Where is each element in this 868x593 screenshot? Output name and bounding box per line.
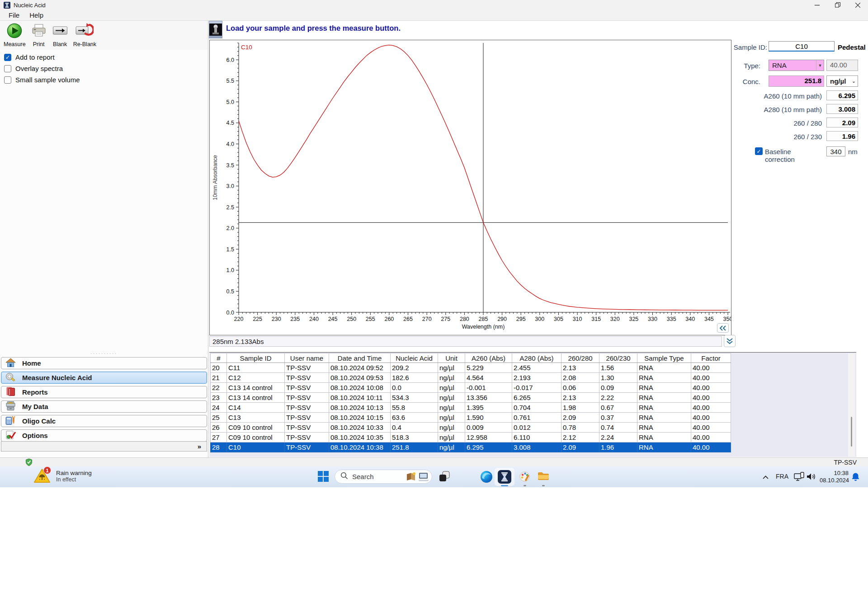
tray-chevron-up-icon[interactable] (762, 473, 769, 481)
a280-value: 3.008 (826, 104, 858, 114)
column-header[interactable]: Factor (691, 353, 731, 363)
table-cell: TP-SSV (285, 413, 329, 423)
column-header[interactable]: Unit (438, 353, 465, 363)
measure-button[interactable]: Measure (3, 22, 27, 50)
table-cell: 2.455 (512, 363, 561, 373)
print-button[interactable]: Print (30, 22, 48, 50)
sidebar-item-home[interactable]: Home (1, 357, 207, 369)
collapse-chart-button[interactable] (717, 323, 729, 333)
blank-button[interactable]: Blank (51, 22, 69, 50)
table-row[interactable]: 27C09 10 controlTP-SSV08.10.2024 10:3551… (211, 433, 731, 442)
paint-app-icon[interactable] (519, 471, 531, 484)
option-row[interactable]: Overlay spectra (4, 63, 80, 74)
table-cell: ng/µl (438, 403, 465, 413)
task-view-button[interactable] (439, 471, 450, 484)
sidebar-item-my-data[interactable]: My Data (1, 400, 207, 413)
table-cell: C12 (227, 373, 285, 383)
table-cell: C09 10 control (227, 433, 285, 442)
table-cell: 1.96 (599, 442, 637, 452)
nucleic-acid-app-active[interactable] (495, 468, 514, 486)
sample-id-input[interactable] (769, 41, 835, 52)
table-row[interactable]: 23C13 14 controlTP-SSV08.10.2024 10:1153… (211, 393, 731, 403)
panel-splitter[interactable]: ·········· (0, 351, 208, 356)
sidebar-item-measure-nucleic-acid[interactable]: Measure Nucleic Acid (1, 372, 207, 384)
edge-browser-icon[interactable] (480, 471, 493, 485)
table-row[interactable]: 26C09 10 controlTP-SSV08.10.2024 10:330.… (211, 423, 731, 433)
column-header[interactable]: # (211, 353, 227, 363)
option-row[interactable]: Small sample volume (4, 74, 80, 85)
column-header[interactable]: A280 (Abs) (512, 353, 561, 363)
table-cell: 0.0 (391, 383, 438, 393)
table-row[interactable]: 28C10TP-SSV08.10.2024 10:38251.8ng/µl6.2… (211, 442, 731, 452)
toolbar: Measure Print Blank Re-Blank (0, 21, 208, 50)
table-cell: RNA (637, 413, 691, 423)
table-cell: 08.10.2024 10:15 (329, 413, 391, 423)
mydata-icon (5, 400, 16, 413)
svg-text:300: 300 (535, 316, 544, 322)
svg-text:250: 250 (347, 316, 356, 322)
window-title: Nucleic Acid (14, 2, 46, 9)
volume-icon[interactable] (807, 472, 816, 483)
language-indicator[interactable]: FRA (776, 473, 788, 480)
taskbar: 1 Rain warning In effect Search (0, 466, 868, 487)
sidebar-item-reports[interactable]: Reports (1, 386, 207, 398)
network-devices-icon[interactable] (794, 472, 805, 484)
reblank-button[interactable]: Re-Blank (72, 22, 97, 50)
notification-bell-icon[interactable] (851, 472, 860, 483)
tray-clock[interactable]: 10:38 08.10.2024 (820, 470, 849, 484)
column-header[interactable]: 260/280 (561, 353, 599, 363)
baseline-wavelength-field[interactable]: 340 (826, 146, 845, 156)
file-explorer-icon[interactable] (538, 471, 549, 483)
table-cell: 2.22 (599, 393, 637, 403)
type-dropdown[interactable]: RNA ▼ (769, 60, 824, 71)
start-button[interactable] (317, 471, 329, 484)
table-cell: 2.09 (561, 413, 599, 423)
table-row[interactable]: 25C13TP-SSV08.10.2024 10:1563.6ng/µl1.59… (211, 413, 731, 423)
table-cell: ng/µl (438, 363, 465, 373)
table-row[interactable]: 22C13 14 controlTP-SSV08.10.2024 10:080.… (211, 383, 731, 393)
expand-table-button[interactable] (724, 335, 736, 347)
baseline-correction-checkbox[interactable]: ✓ (755, 147, 763, 155)
sidebar-item-oligo-calc[interactable]: Oligo Calc (1, 415, 207, 427)
menu-help[interactable]: Help (24, 11, 48, 19)
table-cell: RNA (637, 373, 691, 383)
report-options: ✓ Add to report Overlay spectra Small sa… (4, 52, 80, 85)
explorer-running-dot (542, 485, 545, 486)
table-row[interactable]: 21C12TP-SSV08.10.2024 09:53182.6ng/µl4.5… (211, 373, 731, 383)
close-button[interactable] (848, 0, 868, 10)
column-header[interactable]: Sample ID (227, 353, 285, 363)
checkbox-0[interactable]: ✓ (4, 54, 11, 61)
minimize-button[interactable] (807, 0, 827, 10)
mode-label: Pedestal (838, 43, 866, 51)
option-row[interactable]: ✓ Add to report (4, 52, 80, 63)
spectrum-chart[interactable]: 0.00.51.01.52.02.53.03.54.04.55.05.56.02… (210, 40, 731, 334)
sidebar-collapse-bar[interactable]: » (1, 441, 207, 452)
column-header[interactable]: 260/230 (599, 353, 637, 363)
column-header[interactable]: User name (285, 353, 329, 363)
table-scrollbar[interactable] (848, 353, 855, 457)
column-header[interactable]: Nucleic Acid (391, 353, 438, 363)
column-header[interactable]: Sample Type (637, 353, 691, 363)
taskbar-search[interactable]: Search (335, 470, 432, 484)
message-bar: Load your sample and press the measure b… (209, 21, 868, 40)
table-cell: 251.8 (391, 442, 438, 452)
table-cell: ng/µl (438, 373, 465, 383)
menu-file[interactable]: File (4, 11, 24, 19)
unit-dropdown[interactable]: ng/µl ⌄ (826, 75, 858, 87)
table-row[interactable]: 24C14TP-SSV08.10.2024 10:1355.8ng/µl1.39… (211, 403, 731, 413)
baseline-correction-label: Baseline correction (765, 148, 820, 163)
table-scrollbar-thumb[interactable] (851, 417, 852, 447)
restore-button[interactable] (827, 0, 848, 10)
reblank-icon (75, 23, 94, 41)
column-header[interactable]: A260 (Abs) (465, 353, 512, 363)
sidebar-item-options[interactable]: Options (1, 429, 207, 442)
table-cell: RNA (637, 403, 691, 413)
checkbox-1[interactable] (4, 65, 11, 72)
checkbox-2[interactable] (4, 76, 11, 84)
print-icon (31, 23, 47, 41)
table-cell: 2.12 (561, 433, 599, 442)
column-header[interactable]: Date and Time (329, 353, 391, 363)
weather-widget[interactable]: 1 Rain warning In effect (33, 468, 92, 484)
table-row[interactable]: 20C11TP-SSV08.10.2024 09:52209.2ng/µl5.2… (211, 363, 731, 373)
svg-text:230: 230 (272, 316, 281, 322)
